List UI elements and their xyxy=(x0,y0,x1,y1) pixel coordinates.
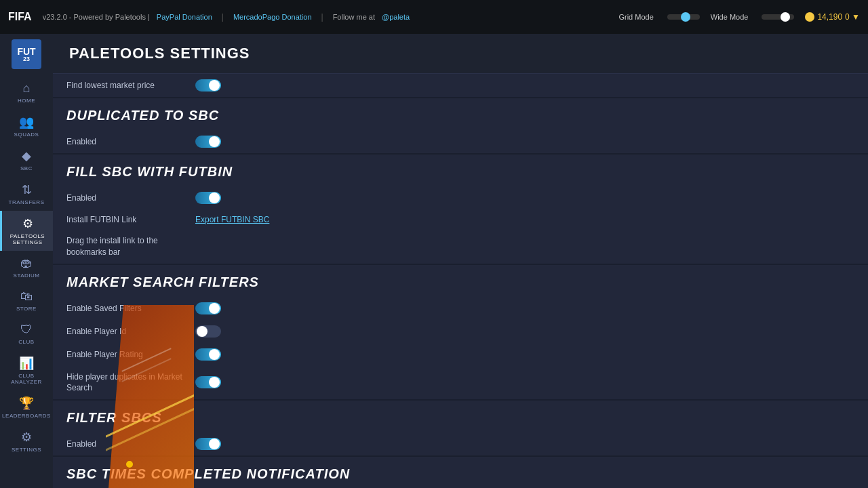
sidebar-item-club[interactable]: 🛡 CLUB xyxy=(0,317,53,350)
paletools-icon: ⚙ xyxy=(22,216,33,231)
sidebar-label-transfers: TRANSFERS xyxy=(9,199,45,205)
version-text: v23.2.0 - Powered by Paletools | xyxy=(43,13,150,21)
title-market-search: MARKET SEARCH FILTERS xyxy=(53,265,868,297)
store-icon: 🛍 xyxy=(20,289,33,304)
label-duplicated-enabled: Enabled xyxy=(66,137,189,146)
separator2: | xyxy=(321,12,323,22)
sidebar-label-settings: SETTINGS xyxy=(12,447,41,453)
grid-mode-slider[interactable] xyxy=(667,14,700,20)
toggle-saved-filters[interactable] xyxy=(195,302,221,314)
section-filter-sbcs: FILTER SBCS Enabled xyxy=(53,401,868,457)
content-header: PALETOOLS SETTINGS xyxy=(53,34,868,74)
sidebar: FUT 23 ⌂ HOME 👥 SQUADS ◆ SBC ⇅ TRANSFERS… xyxy=(0,34,53,488)
toggle-player-id[interactable] xyxy=(195,325,221,338)
toggle-filter-sbcs-enabled[interactable] xyxy=(195,438,221,450)
fifa-logo: FIFA xyxy=(8,11,32,23)
row-duplicated-enabled: Enabled xyxy=(53,130,868,153)
scroll-area[interactable]: Find lowest market price DUPLICATED TO S… xyxy=(53,74,868,488)
sidebar-label-store: STORE xyxy=(16,306,37,312)
mercadopago-link[interactable]: MercadoPago Donation xyxy=(233,13,312,21)
coins-amount: 14,190 xyxy=(817,12,842,22)
grid-mode-thumb xyxy=(681,12,690,22)
transfers-icon: ⇅ xyxy=(22,182,32,197)
sidebar-item-paletools[interactable]: ⚙ PALETOOLS SETTINGS xyxy=(0,211,53,251)
sidebar-item-transfers[interactable]: ⇅ TRANSFERS xyxy=(0,177,53,211)
label-fill-enabled: Enabled xyxy=(66,193,189,203)
wide-mode-slider[interactable] xyxy=(762,14,794,20)
title-duplicated-sbc: DUPLICATED TO SBC xyxy=(53,98,868,130)
follow-text: Follow me at xyxy=(333,13,375,21)
topbar: FIFA v23.2.0 - Powered by Paletools | Pa… xyxy=(0,0,868,34)
row-hide-duplicates: Hide player duplicates in MarketSearch xyxy=(53,366,868,400)
toggle-thumb-hide-duplicates xyxy=(209,377,220,388)
row-fill-enabled: Enabled xyxy=(53,186,868,209)
title-sbc-notification: SBC TIMES COMPLETED NOTIFICATION xyxy=(53,457,868,488)
toggle-thumb-saved-filters xyxy=(209,303,220,314)
home-icon: ⌂ xyxy=(23,81,31,96)
toggle-find-lowest[interactable] xyxy=(195,79,221,92)
wide-mode-thumb xyxy=(781,12,790,22)
export-futbin-link[interactable]: Export FUTBIN SBC xyxy=(195,215,269,224)
toggle-duplicated-enabled[interactable] xyxy=(195,136,221,148)
sidebar-label-sbc: SBC xyxy=(20,165,33,171)
row-find-lowest: Find lowest market price xyxy=(53,74,868,97)
label-player-rating: Enable Player Rating xyxy=(66,350,189,359)
label-saved-filters: Enable Saved Filters xyxy=(66,304,189,313)
sidebar-item-store[interactable]: 🛍 STORE xyxy=(0,284,53,317)
sidebar-item-squads[interactable]: 👥 SQUADS xyxy=(0,109,53,143)
content-area: PALETOOLS SETTINGS Find lowest market pr… xyxy=(53,34,868,488)
coins-delta: 0 ▼ xyxy=(845,12,860,22)
toggle-thumb-player-rating xyxy=(209,349,220,360)
section-find-lowest: Find lowest market price xyxy=(53,74,868,98)
section-sbc-notification: SBC TIMES COMPLETED NOTIFICATION Enabled xyxy=(53,457,868,488)
title-filter-sbcs: FILTER SBCS xyxy=(53,401,868,432)
row-drag-info: Drag the install link to thebookmarks ba… xyxy=(53,230,868,264)
sidebar-item-stadium[interactable]: 🏟 STADIUM xyxy=(0,251,53,284)
toggle-player-rating[interactable] xyxy=(195,348,221,361)
row-player-id: Enable Player Id xyxy=(53,320,868,343)
label-install-futbin: Install FUTBIN Link xyxy=(66,215,189,224)
toggle-hide-duplicates[interactable] xyxy=(195,376,221,388)
title-fill-sbc: FILL SBC WITH FUTBIN xyxy=(53,155,868,186)
fut-logo: FUT 23 xyxy=(12,39,41,69)
grid-mode-label: Grid Mode xyxy=(618,13,653,21)
sidebar-label-club: CLUB xyxy=(18,339,34,345)
sidebar-label-club-analyzer: CLUB ANALYZER xyxy=(3,373,50,385)
stadium-icon: 🏟 xyxy=(20,256,33,270)
sidebar-item-sbc[interactable]: ◆ SBC xyxy=(0,143,53,177)
label-hide-duplicates: Hide player duplicates in MarketSearch xyxy=(66,371,189,394)
label-find-lowest: Find lowest market price xyxy=(66,81,189,90)
row-saved-filters: Enable Saved Filters xyxy=(53,297,868,320)
sidebar-item-settings[interactable]: ⚙ SETTINGS xyxy=(0,424,53,458)
coins-icon xyxy=(805,12,814,22)
sidebar-label-stadium: STADIUM xyxy=(14,272,40,279)
toggle-thumb-fill-enabled xyxy=(209,192,220,203)
section-market-search: MARKET SEARCH FILTERS Enable Saved Filte… xyxy=(53,265,868,401)
label-drag-info: Drag the install link to thebookmarks ba… xyxy=(66,235,189,258)
label-filter-sbcs-enabled: Enabled xyxy=(66,439,189,449)
fut-text: FUT xyxy=(17,47,35,56)
fut23-text: 23 xyxy=(23,56,30,62)
toggle-fill-enabled[interactable] xyxy=(195,192,221,204)
toggle-thumb-duplicated-enabled xyxy=(209,136,220,147)
sidebar-item-leaderboards[interactable]: 🏆 LEADERBOARDS xyxy=(0,390,53,424)
label-player-id: Enable Player Id xyxy=(66,327,189,336)
section-duplicated-sbc: DUPLICATED TO SBC Enabled xyxy=(53,98,868,155)
settings-icon: ⚙ xyxy=(21,430,32,445)
toggle-thumb-find-lowest xyxy=(209,80,220,91)
sbc-icon: ◆ xyxy=(22,148,31,163)
sidebar-label-paletools: PALETOOLS SETTINGS xyxy=(5,233,50,245)
paleta-handle-link[interactable]: @paleta xyxy=(382,13,410,21)
club-icon: 🛡 xyxy=(20,323,33,337)
sidebar-item-club-analyzer[interactable]: 📊 CLUB ANALYZER xyxy=(0,350,53,390)
sidebar-label-squads: SQUADS xyxy=(14,131,39,138)
row-install-futbin: Install FUTBIN Link Export FUTBIN SBC xyxy=(53,209,868,230)
topbar-right: Grid Mode Wide Mode 14,190 0 ▼ xyxy=(618,12,860,22)
sidebar-item-home[interactable]: ⌂ HOME xyxy=(0,76,53,109)
leaderboards-icon: 🏆 xyxy=(19,396,34,411)
toggle-thumb-filter-sbcs-enabled xyxy=(209,439,220,449)
club-analyzer-icon: 📊 xyxy=(19,356,34,371)
separator1: | xyxy=(222,12,224,22)
paypal-link[interactable]: PayPal Donation xyxy=(157,13,212,21)
wide-mode-label: Wide Mode xyxy=(711,13,749,21)
